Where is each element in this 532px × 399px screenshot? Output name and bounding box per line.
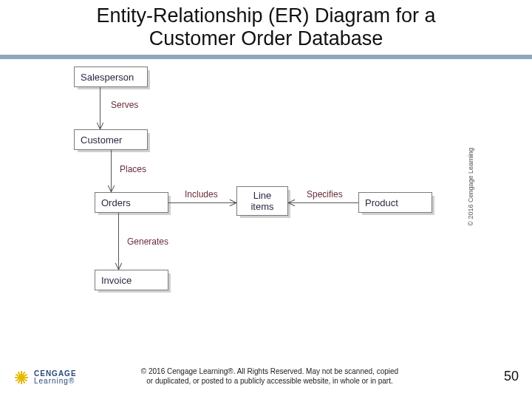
logo-bottom: Learning® xyxy=(34,378,77,385)
footer-copyright: © 2016 Cengage Learning®. All Rights Res… xyxy=(111,367,429,386)
logo-burst-icon xyxy=(13,369,30,386)
entity-invoice: Invoice xyxy=(95,270,168,290)
er-diagram: Salesperson Customer Orders Invoice Line… xyxy=(0,59,532,340)
logo-text: CENGAGE Learning® xyxy=(34,370,77,385)
entity-salesperson: Salesperson xyxy=(74,66,148,87)
relationship-specifies: Specifies xyxy=(307,189,343,200)
entity-label: Orders xyxy=(101,197,131,208)
entity-orders: Orders xyxy=(95,192,168,213)
connector-line xyxy=(288,202,358,203)
page-number: 50 xyxy=(504,369,519,384)
entity-label: Customer xyxy=(81,134,122,146)
crowfoot-icon xyxy=(106,185,115,192)
crowfoot-icon xyxy=(114,262,123,270)
crowfoot-icon xyxy=(95,122,104,129)
connector-line xyxy=(118,213,119,270)
entity-label: Product xyxy=(365,197,398,208)
footer-line-1: © 2016 Cengage Learning®. All Rights Res… xyxy=(141,367,398,375)
entity-label: Invoice xyxy=(101,275,132,286)
title-line-2: Customer Order Database xyxy=(149,27,383,50)
title-line-1: Entity-Relationship (ER) Diagram for a xyxy=(96,4,435,27)
entity-label: Salesperson xyxy=(81,72,134,83)
entity-line-items: Line items xyxy=(236,186,288,216)
cengage-logo: CENGAGE Learning® xyxy=(13,369,77,386)
entity-label-l2: items xyxy=(250,201,273,212)
relationship-serves: Serves xyxy=(111,100,138,110)
side-copyright: © 2016 Cengage Learning xyxy=(467,148,474,226)
entity-product: Product xyxy=(358,192,432,213)
entity-customer: Customer xyxy=(74,129,148,150)
slide-title: Entity-Relationship (ER) Diagram for a C… xyxy=(0,0,532,55)
entity-label-l1: Line xyxy=(253,190,272,201)
footer-line-2: or duplicated, or posted to a publicly a… xyxy=(146,377,393,385)
connector-line xyxy=(168,202,236,203)
relationship-generates: Generates xyxy=(127,236,168,247)
relationship-places: Places xyxy=(120,164,146,174)
relationship-includes: Includes xyxy=(185,189,218,200)
crowfoot-icon xyxy=(288,198,296,207)
crowfoot-icon xyxy=(229,198,236,207)
